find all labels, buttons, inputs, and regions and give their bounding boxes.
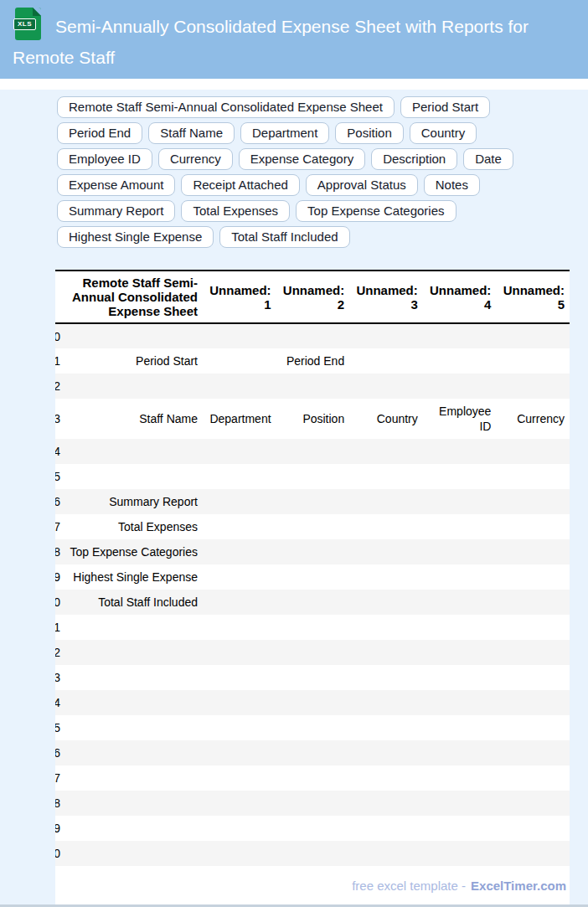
- page-title-line2: Remote Staff: [13, 42, 575, 73]
- table-row: 3Staff NameDepartmentPositionCountryEmpl…: [55, 399, 570, 439]
- cell: [423, 539, 497, 564]
- table-row: 8Top Expense Categories: [55, 539, 570, 564]
- cell: [349, 740, 423, 765]
- table-row: 2: [55, 374, 570, 399]
- cell: [423, 323, 497, 348]
- cell: [423, 791, 497, 816]
- cell: [276, 791, 350, 816]
- cell: [203, 765, 276, 791]
- cell: [496, 615, 570, 640]
- cell: [276, 564, 350, 590]
- cell: [423, 841, 497, 866]
- cell: [203, 816, 276, 841]
- tag-chip[interactable]: Date: [463, 148, 513, 170]
- column-header: Unnamed: 5: [496, 271, 570, 323]
- cell: [203, 539, 276, 564]
- tag-chip[interactable]: Country: [410, 122, 477, 144]
- tag-chip[interactable]: Highest Single Expense: [57, 226, 214, 248]
- cell: Staff Name: [62, 399, 203, 439]
- tag-chip[interactable]: Total Staff Included: [219, 226, 349, 248]
- table-row: 11: [55, 615, 570, 640]
- tag-chip[interactable]: Department: [240, 122, 329, 144]
- cell: [423, 439, 497, 464]
- footer-credit: free excel template -ExcelTimer.com: [55, 866, 570, 899]
- tag-chip[interactable]: Expense Category: [239, 148, 365, 170]
- cell: [62, 323, 203, 348]
- column-header: Unnamed: 4: [423, 271, 497, 323]
- row-index: 1: [55, 348, 62, 374]
- cell: [349, 489, 423, 514]
- cell: [203, 791, 276, 816]
- cell: [62, 690, 203, 715]
- cell: [423, 590, 497, 615]
- tag-chip[interactable]: Period Start: [400, 96, 490, 118]
- tag-chip[interactable]: Summary Report: [57, 200, 175, 222]
- tag-chip[interactable]: Period End: [57, 122, 142, 144]
- cell: [496, 489, 570, 514]
- cell: [203, 615, 276, 640]
- cell: [496, 514, 570, 539]
- cell: Total Staff Included: [62, 590, 203, 615]
- cell: [496, 791, 570, 816]
- table-row: 20: [55, 841, 570, 866]
- tag-chip[interactable]: Staff Name: [148, 122, 235, 144]
- cell: [276, 464, 350, 489]
- column-header: Remote Staff Semi-Annual Consolidated Ex…: [62, 271, 203, 323]
- row-index: 15: [55, 715, 62, 740]
- cell: [203, 841, 276, 866]
- cell: [62, 715, 203, 740]
- tag-chip[interactable]: Notes: [424, 174, 480, 196]
- cell: [423, 514, 497, 539]
- cell: Employee ID: [423, 399, 497, 439]
- row-index: 20: [55, 841, 62, 866]
- row-index: 17: [55, 765, 62, 791]
- row-index: 6: [55, 489, 62, 514]
- cell: [349, 564, 423, 590]
- cell: Country: [349, 399, 423, 439]
- row-index: 11: [55, 615, 62, 640]
- cell: [349, 514, 423, 539]
- row-index: 13: [55, 665, 62, 690]
- cell: [496, 715, 570, 740]
- cell: [276, 816, 350, 841]
- cell: Department: [203, 399, 276, 439]
- table-row: 15: [55, 715, 570, 740]
- table-row: 6Summary Report: [55, 489, 570, 514]
- tag-chip[interactable]: Remote Staff Semi-Annual Consolidated Ex…: [57, 96, 395, 118]
- table-scroll-area[interactable]: Remote Staff Semi-Annual Consolidated Ex…: [55, 270, 570, 866]
- cell: [203, 464, 276, 489]
- cell: [62, 665, 203, 690]
- tag-chip[interactable]: Description: [371, 148, 457, 170]
- table-row: 5: [55, 464, 570, 489]
- cell: [349, 539, 423, 564]
- cell: [423, 740, 497, 765]
- cell: [203, 514, 276, 539]
- tag-chip[interactable]: Position: [335, 122, 403, 144]
- cell: [276, 539, 350, 564]
- cell: [276, 841, 350, 866]
- row-index: 2: [55, 374, 62, 399]
- cell: [496, 374, 570, 399]
- cell: [423, 564, 497, 590]
- cell: [276, 514, 350, 539]
- cell: [349, 690, 423, 715]
- column-header: Unnamed: 3: [349, 271, 423, 323]
- cell: [276, 715, 350, 740]
- tag-chip[interactable]: Employee ID: [57, 148, 152, 170]
- table-row: 9Highest Single Expense: [55, 564, 570, 590]
- tag-chip[interactable]: Top Expense Categories: [296, 200, 456, 222]
- header-banner: XLS Semi-Annually Consolidated Expense S…: [0, 0, 588, 79]
- footer-brand-link[interactable]: ExcelTimer.com: [471, 879, 566, 893]
- cell: [203, 564, 276, 590]
- cell: [276, 615, 350, 640]
- row-index: 18: [55, 791, 62, 816]
- cell: [496, 590, 570, 615]
- tag-chip[interactable]: Currency: [158, 148, 233, 170]
- tag-chip[interactable]: Receipt Attached: [181, 174, 299, 196]
- cell: [423, 665, 497, 690]
- cell: [496, 740, 570, 765]
- row-index: 8: [55, 539, 62, 564]
- tag-chip[interactable]: Expense Amount: [57, 174, 175, 196]
- tag-chip[interactable]: Total Expenses: [181, 200, 290, 222]
- tag-chip[interactable]: Approval Status: [306, 174, 418, 196]
